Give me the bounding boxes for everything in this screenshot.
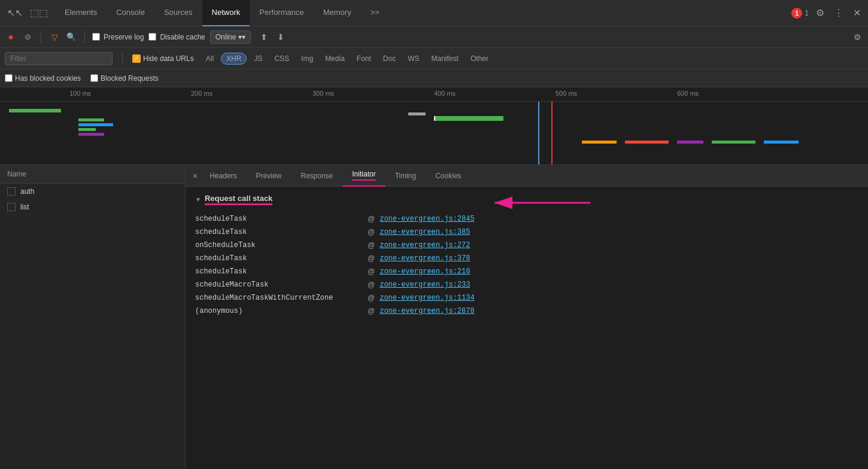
stack-link-1[interactable]: zone-evergreen.js:385 bbox=[380, 228, 470, 236]
bar-green-3 bbox=[78, 128, 96, 131]
stack-entry-2: onScheduleTask @ zone-evergreen.js:272 bbox=[195, 239, 858, 252]
filter-other[interactable]: Other bbox=[466, 53, 493, 64]
filter-media[interactable]: Media bbox=[320, 53, 350, 64]
stack-link-5[interactable]: zone-evergreen.js:233 bbox=[380, 281, 470, 289]
clear-button[interactable]: ⊘ bbox=[22, 31, 34, 43]
list-item-list[interactable]: list bbox=[0, 199, 185, 215]
filter-font[interactable]: Font bbox=[352, 53, 376, 64]
stack-entry-5: scheduleMacroTask @ zone-evergreen.js:23… bbox=[195, 278, 858, 291]
error-section: 1 1 bbox=[791, 8, 809, 19]
ruler-100ms: 100 ms bbox=[69, 90, 91, 97]
inspect-icon[interactable]: ⬚ bbox=[28, 5, 50, 21]
filter-doc[interactable]: Doc bbox=[378, 53, 400, 64]
tab-more[interactable]: >> bbox=[361, 0, 389, 26]
auth-checkbox[interactable] bbox=[7, 187, 16, 196]
toolbar-divider-1 bbox=[41, 31, 41, 43]
search-icon[interactable]: 🔍 bbox=[65, 31, 77, 43]
stack-entry-3: scheduleTask @ zone-evergreen.js:378 bbox=[195, 252, 858, 265]
close-devtools-icon[interactable]: ✕ bbox=[851, 5, 863, 21]
vline-blue bbox=[538, 102, 539, 165]
stack-entry-4: scheduleTask @ zone-evergreen.js:210 bbox=[195, 265, 858, 278]
left-panel-header: Name bbox=[0, 165, 185, 184]
call-stack-entries: scheduleTask @ zone-evergreen.js:2845 sc… bbox=[195, 212, 858, 318]
tab-elements[interactable]: Elements bbox=[55, 0, 107, 26]
tab-network[interactable]: Network bbox=[202, 0, 250, 26]
ruler-600ms: 600 ms bbox=[677, 90, 699, 97]
timeline-content bbox=[0, 102, 868, 165]
chevron-down-icon: ▾ bbox=[238, 33, 245, 41]
bar-green-4 bbox=[712, 141, 755, 144]
ruler-400ms: 400 ms bbox=[434, 90, 456, 97]
disable-cache-label[interactable]: Disable cache bbox=[148, 33, 205, 41]
bar-orange-1 bbox=[582, 141, 617, 144]
has-blocked-cookies-label[interactable]: Has blocked cookies bbox=[5, 74, 81, 83]
filter-img[interactable]: Img bbox=[296, 53, 318, 64]
tab-response[interactable]: Response bbox=[291, 165, 342, 187]
ruler-500ms: 500 ms bbox=[556, 90, 577, 97]
hide-data-urls-icon: ✓ bbox=[132, 54, 141, 63]
tab-headers[interactable]: Headers bbox=[200, 165, 246, 187]
import-export-buttons: ⬆ ⬇ bbox=[258, 31, 287, 43]
settings-icon[interactable]: ⚙ bbox=[814, 5, 827, 21]
filter-divider-1 bbox=[122, 53, 123, 65]
list-checkbox[interactable] bbox=[7, 203, 16, 211]
bar-red-1 bbox=[625, 141, 669, 144]
hide-data-urls-toggle[interactable]: ✓ Hide data URLs bbox=[132, 54, 194, 63]
tab-preview[interactable]: Preview bbox=[247, 165, 292, 187]
ruler-200ms: 200 ms bbox=[191, 90, 213, 97]
stack-link-4[interactable]: zone-evergreen.js:210 bbox=[380, 267, 470, 276]
timeline-area: 100 ms 200 ms 300 ms 400 ms 500 ms 600 m… bbox=[0, 87, 868, 165]
export-button[interactable]: ⬇ bbox=[275, 31, 287, 43]
filter-all[interactable]: All bbox=[201, 53, 218, 64]
toolbar-divider-2 bbox=[84, 31, 85, 43]
stack-link-3[interactable]: zone-evergreen.js:378 bbox=[380, 254, 470, 263]
blocked-requests-checkbox[interactable] bbox=[90, 74, 98, 82]
toolbar-right: ⚙ bbox=[851, 31, 863, 43]
tab-bar: ↖ ⬚ Elements Console Sources Network Per… bbox=[0, 0, 868, 26]
tab-sources[interactable]: Sources bbox=[154, 0, 202, 26]
tab-initiator[interactable]: Initiator bbox=[342, 165, 385, 187]
stack-link-2[interactable]: zone-evergreen.js:272 bbox=[380, 241, 470, 249]
stack-entry-1: scheduleTask @ zone-evergreen.js:385 bbox=[195, 226, 858, 239]
stack-link-6[interactable]: zone-evergreen.js:1134 bbox=[380, 294, 474, 302]
filter-ws[interactable]: WS bbox=[403, 53, 424, 64]
stack-entry-7: (anonymous) @ zone-evergreen.js:2878 bbox=[195, 304, 858, 318]
close-panel-button[interactable]: × bbox=[190, 169, 200, 183]
stack-link-0[interactable]: zone-evergreen.js:2845 bbox=[380, 215, 474, 223]
more-options-icon[interactable]: ⋮ bbox=[831, 5, 846, 21]
filter-input[interactable] bbox=[5, 52, 113, 65]
blocked-requests-label[interactable]: Blocked Requests bbox=[90, 74, 159, 83]
bar-green-2 bbox=[78, 118, 105, 121]
has-blocked-cookies-checkbox[interactable] bbox=[5, 74, 13, 82]
tab-bar-right: 1 1 ⚙ ⋮ ✕ bbox=[791, 5, 863, 21]
preserve-log-checkbox[interactable] bbox=[92, 33, 100, 41]
tab-memory[interactable]: Memory bbox=[314, 0, 361, 26]
tab-console[interactable]: Console bbox=[107, 0, 154, 26]
preserve-log-label[interactable]: Preserve log bbox=[92, 33, 144, 41]
cursor-icon[interactable]: ↖ bbox=[5, 5, 25, 21]
filter-js[interactable]: JS bbox=[249, 53, 267, 64]
list-item-auth[interactable]: auth bbox=[0, 184, 185, 199]
filter-css[interactable]: CSS bbox=[269, 53, 294, 64]
filter-manifest[interactable]: Manifest bbox=[427, 53, 463, 64]
network-settings-icon[interactable]: ⚙ bbox=[851, 31, 863, 43]
import-button[interactable]: ⬆ bbox=[258, 31, 270, 43]
network-throttle-button[interactable]: Online ▾ bbox=[210, 31, 251, 44]
tab-timing[interactable]: Timing bbox=[386, 165, 426, 187]
stack-link-7[interactable]: zone-evergreen.js:2878 bbox=[380, 307, 474, 315]
error-badge[interactable]: 1 bbox=[791, 8, 802, 19]
bar-gray-1 bbox=[408, 112, 426, 115]
tab-cookies[interactable]: Cookies bbox=[426, 165, 471, 187]
call-stack-title: Request call stack bbox=[205, 194, 272, 205]
stack-entry-0: scheduleTask @ zone-evergreen.js:2845 bbox=[195, 212, 858, 226]
record-button[interactable]: ● bbox=[5, 31, 17, 43]
disable-cache-checkbox[interactable] bbox=[148, 33, 156, 41]
right-panel: × Headers Preview Response Initiator Tim… bbox=[186, 165, 868, 469]
type-filters: All XHR JS CSS Img Media Font Doc WS Man… bbox=[201, 53, 493, 65]
bar-blue-1 bbox=[78, 123, 113, 126]
filter-icon[interactable]: ▽ bbox=[48, 31, 60, 43]
filter-xhr[interactable]: XHR bbox=[221, 53, 247, 65]
bar-blue-2 bbox=[764, 141, 799, 144]
panel-tabs: × Headers Preview Response Initiator Tim… bbox=[186, 165, 868, 187]
tab-performance[interactable]: Performance bbox=[250, 0, 313, 26]
